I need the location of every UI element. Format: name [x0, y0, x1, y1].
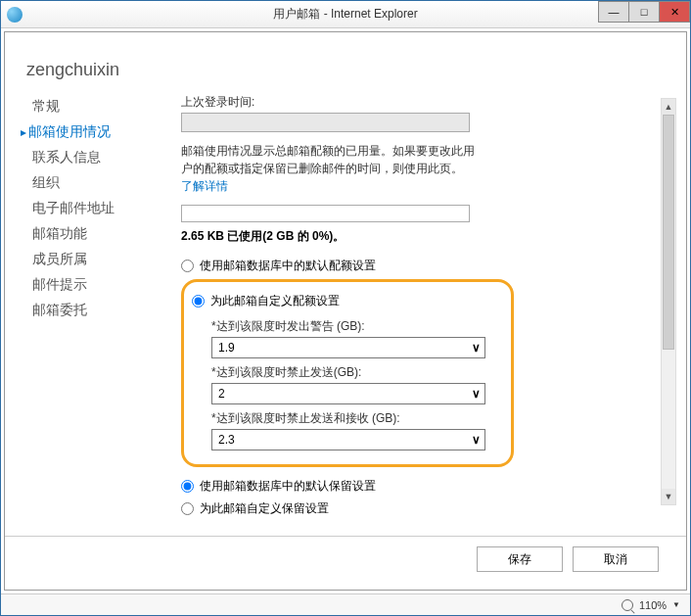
- chevron-down-icon: ∨: [472, 387, 481, 401]
- chevron-down-icon: ∨: [472, 341, 481, 355]
- warning-select[interactable]: 1.9 ∨: [211, 337, 485, 358]
- titlebar[interactable]: 用户邮箱 - Internet Explorer — □ ✕: [1, 1, 690, 28]
- prohibit-sendrecv-select[interactable]: 2.3 ∨: [211, 429, 485, 450]
- retention-default-radio-row[interactable]: 使用邮箱数据库中的默认保留设置: [181, 475, 651, 498]
- nav-organization[interactable]: 组织: [21, 170, 181, 196]
- app-window: 用户邮箱 - Internet Explorer — □ ✕ zengchuix…: [0, 0, 691, 616]
- detail-panel: 上次登录时间: 邮箱使用情况显示总邮箱配额的已用量。如果要更改此用户的配额或指定…: [181, 94, 686, 536]
- zoom-dropdown-icon[interactable]: ▼: [672, 600, 680, 609]
- warning-label: *达到该限度时发出警告 (GB):: [211, 318, 493, 335]
- scroll-down-arrow[interactable]: ▼: [662, 489, 675, 504]
- nav-mailbox-usage[interactable]: 邮箱使用情况: [21, 119, 181, 145]
- cancel-button[interactable]: 取消: [573, 546, 659, 572]
- zoom-icon[interactable]: [622, 599, 633, 611]
- page-title: zengchuixin: [5, 32, 686, 94]
- quota-default-radio[interactable]: [181, 260, 194, 272]
- usage-text: 2.65 KB 已使用(2 GB 的 0%)。: [181, 228, 651, 245]
- last-login-value: [181, 113, 470, 132]
- quota-default-label[interactable]: 使用邮箱数据库中的默认配额设置: [200, 258, 376, 274]
- retention-custom-label[interactable]: 为此邮箱自定义保留设置: [200, 500, 329, 515]
- nav-mailtip[interactable]: 邮件提示: [21, 272, 181, 298]
- window-controls: — □ ✕: [599, 1, 690, 27]
- chevron-down-icon: ∨: [472, 433, 481, 447]
- retention-custom-radio[interactable]: [181, 502, 194, 515]
- usage-bar: [181, 205, 470, 222]
- quota-default-radio-row[interactable]: 使用邮箱数据库中的默认配额设置: [181, 255, 651, 277]
- vertical-scrollbar[interactable]: ▲ ▼: [661, 98, 676, 505]
- custom-quota-highlight: 为此邮箱自定义配额设置 *达到该限度时发出警告 (GB): 1.9 ∨: [181, 279, 514, 467]
- scroll-thumb[interactable]: [663, 115, 674, 350]
- prohibit-send-value: 2: [218, 387, 225, 401]
- dialog-footer: 保存 取消: [5, 536, 686, 590]
- nav-contact-info[interactable]: 联系人信息: [21, 145, 181, 170]
- nav-mailbox-features[interactable]: 邮箱功能: [21, 221, 181, 247]
- nav-email-address[interactable]: 电子邮件地址: [21, 196, 181, 221]
- quota-custom-radio-row[interactable]: 为此邮箱自定义配额设置: [192, 290, 493, 312]
- nav-general[interactable]: 常规: [21, 94, 181, 119]
- maximize-button[interactable]: □: [628, 1, 660, 23]
- zoom-level[interactable]: 110%: [639, 599, 667, 611]
- save-button[interactable]: 保存: [477, 546, 563, 572]
- nav-delegation[interactable]: 邮箱委托: [21, 298, 181, 323]
- scroll-up-arrow[interactable]: ▲: [662, 99, 675, 115]
- prohibit-sendrecv-label: *达到该限度时禁止发送和接收 (GB):: [211, 410, 493, 427]
- close-button[interactable]: ✕: [659, 1, 690, 23]
- usage-description: 邮箱使用情况显示总邮箱配额的已用量。如果要更改此用户的配额或指定保留已删除邮件的…: [181, 142, 475, 195]
- last-login-label: 上次登录时间:: [181, 94, 651, 111]
- prohibit-send-select[interactable]: 2 ∨: [211, 383, 485, 404]
- prohibit-sendrecv-value: 2.3: [218, 433, 235, 447]
- window-title: 用户邮箱 - Internet Explorer: [273, 6, 417, 23]
- nav-member-of[interactable]: 成员所属: [21, 247, 181, 272]
- retention-custom-radio-row[interactable]: 为此邮箱自定义保留设置: [181, 498, 651, 515]
- statusbar: 110% ▼: [1, 593, 690, 615]
- retention-default-label[interactable]: 使用邮箱数据库中的默认保留设置: [200, 478, 376, 495]
- quota-custom-label[interactable]: 为此邮箱自定义配额设置: [210, 293, 340, 309]
- quota-custom-radio[interactable]: [192, 295, 205, 308]
- content-frame: zengchuixin 常规 邮箱使用情况 联系人信息 组织 电子邮件地址 邮箱…: [4, 31, 687, 591]
- minimize-button[interactable]: —: [598, 1, 629, 23]
- ie-icon: [7, 7, 23, 23]
- learn-more-link[interactable]: 了解详情: [181, 179, 228, 193]
- sidebar-nav: 常规 邮箱使用情况 联系人信息 组织 电子邮件地址 邮箱功能 成员所属 邮件提示…: [5, 94, 181, 536]
- warning-value: 1.9: [218, 341, 235, 355]
- retention-default-radio[interactable]: [181, 480, 194, 493]
- prohibit-send-label: *达到该限度时禁止发送(GB):: [211, 364, 493, 381]
